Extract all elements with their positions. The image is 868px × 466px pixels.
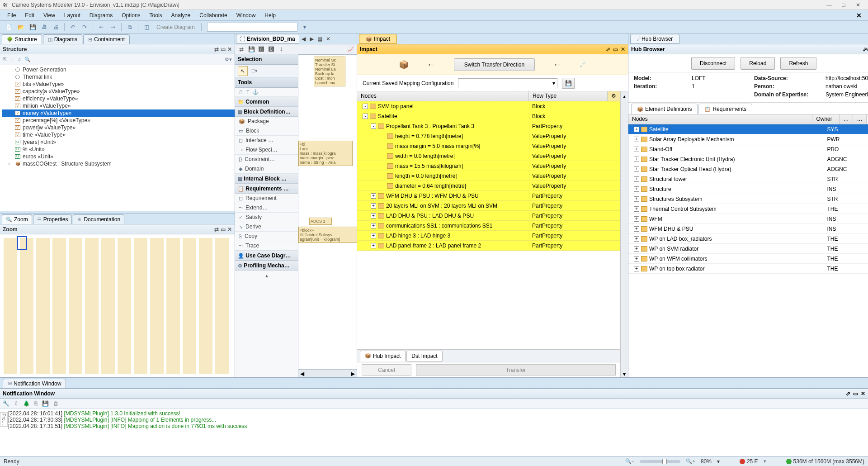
impact-rows[interactable]: -SVM top panelBlock-SatelliteBlock-Prope… [357,101,620,349]
expander-icon[interactable]: + [634,166,639,172]
reload-button[interactable]: Reload [741,57,775,70]
scroll-left-icon[interactable]: ◀ [300,371,304,377]
impact-row[interactable]: +communications SS1 : communications SS1… [357,221,620,231]
notification-vtab[interactable]: Pro… [0,412,8,427]
structure-item[interactable]: Power Generation [2,66,235,73]
col-nodes[interactable]: Nodes [357,91,529,101]
tab-documentation[interactable]: 🗎Documentation [73,214,124,224]
impact-row[interactable]: -Propellant Tank 3 : Propellant Tank 3Pa… [357,121,620,131]
expander-icon[interactable]: + [6,161,12,166]
expander-icon[interactable]: + [634,196,639,202]
notif-tool-copy-icon[interactable]: ⎘ [34,400,38,407]
scroll-right-icon[interactable]: ▶ [351,371,355,377]
hub-row[interactable]: +WFM DHU & PSUINS [628,224,868,234]
hub-col-owner[interactable]: Owner [812,114,840,124]
tab-diagrams[interactable]: ◫Diagrams [43,34,82,44]
canvas-hscroll[interactable]: ◀ ▶ [298,369,357,377]
btab-hub-impact[interactable]: 📦Hub Impact [360,351,406,361]
tab-zoom[interactable]: 🔍Zoom [2,214,32,224]
expander-icon[interactable]: + [371,243,376,248]
zoom-out-icon[interactable]: 🔍− [625,458,634,464]
expander-icon[interactable]: + [371,193,376,199]
impact-row[interactable]: mass margin = 5.0 mass margin[%]ValuePro… [357,141,620,151]
menu-analyze[interactable]: Analyze [168,11,194,19]
item-extend[interactable]: ⤳Extend… [235,203,298,213]
structure-item[interactable]: U% «Unit» [2,146,235,153]
item-derive[interactable]: ↘Derive [235,222,298,232]
panel-close-icon[interactable]: ✕ [227,46,232,52]
expander-icon[interactable]: + [371,213,376,219]
util-b-icon[interactable]: 🅱 [268,46,275,52]
expander-icon[interactable]: + [634,147,639,152]
scroll-down-icon[interactable]: ▾ [623,371,626,377]
disconnect-button[interactable]: Disconnect [691,57,735,70]
minimize-button[interactable]: — [822,2,836,8]
search-icon[interactable]: 🔍 [24,57,31,62]
switch-transfer-button[interactable]: Switch Transfer Direction [454,58,535,71]
hub-row[interactable]: +WP on WFM collimatorsTHE [628,254,868,264]
structure-item[interactable]: Vefficiency «ValueType» [2,95,235,102]
create-diagram-label[interactable]: Create Diagram [154,24,198,30]
notification-log[interactable]: Pro… [2022.04.28::16:01:41] [MDSYSMLPlug… [0,409,868,456]
zoom-close-icon[interactable]: ✕ [227,226,232,233]
impact-row[interactable]: +WFM DHU & PSU : WFM DHU & PSUPartProper… [357,191,620,201]
error-dropdown-icon[interactable]: ▾ [764,458,766,464]
zoom-arrows-icon[interactable]: ⇄ [214,226,219,233]
structure-item[interactable]: Vpower[w «ValueType» [2,124,235,131]
block-def-group[interactable]: ▦ Block Definition… [235,107,298,117]
perspective-icon[interactable]: ⧉ [125,23,134,32]
util-a-icon[interactable]: 🅰 [258,46,265,52]
requirements-group[interactable]: 📋 Requirements … [235,184,298,194]
expander-icon[interactable]: + [634,127,639,132]
notif-pop-icon[interactable]: ⬀ [846,390,850,397]
arrow-right-icon[interactable]: ← [553,59,562,70]
expander-icon[interactable]: - [363,104,368,109]
subtab-requirements[interactable]: 📋Requirements [698,104,752,114]
marquee-icon[interactable]: ⬚▾ [250,68,258,74]
saveall-icon[interactable]: 🖶 [40,23,49,32]
expander-icon[interactable]: + [634,226,639,232]
zoom-panel[interactable] [0,234,235,377]
expander-icon[interactable]: + [371,233,376,238]
tab-close-icon[interactable]: ✕ [325,36,332,42]
hub-row[interactable]: +Star Tracker Optical Head (Hydra)AOGNC [628,164,868,174]
hub-row[interactable]: +WP on LAD box_radiatorsTHE [628,234,868,244]
impact-vscroll[interactable]: ▴ ▾ [621,91,628,377]
btab-dst-impact[interactable]: Dst Impact [406,351,442,361]
menu-collaborate[interactable]: Collaborate [196,11,231,19]
impact-row[interactable]: +LAD hinge 3 : LAD hinge 3PartProperty [357,231,620,241]
item-package[interactable]: 📦Package [235,117,298,126]
profiling-group[interactable]: ⚙ Profiling Mecha… [235,261,298,271]
star-icon[interactable]: ☆ [17,57,22,62]
hub-row[interactable]: +Structural towerSTR [628,174,868,184]
transfer-button[interactable]: Transfer [416,364,616,376]
impact-row[interactable]: length = 0.0 length[metre]ValueProperty [357,171,620,181]
item-flowspec[interactable]: ⇢Flow Speci… [235,145,298,155]
structure-item[interactable]: Vcapacity[a «ValueType» [2,88,235,95]
menu-edit[interactable]: Edit [21,11,38,19]
hub-rows[interactable]: +SatelliteSYS+Solar Array Deployable Mec… [628,124,868,377]
hub-row[interactable]: +Thermal Control SubsystemTHE [628,204,868,214]
error-badge[interactable]: 25 E [740,458,758,465]
structure-item[interactable]: Vmoney «ValueType» [2,109,235,117]
text-tool-icon[interactable]: T [246,90,250,95]
tab-prev-icon[interactable]: ◀ [300,36,307,42]
tab-structure[interactable]: 🌳Structure [2,34,42,44]
menu-file[interactable]: File [4,11,19,19]
hub-row[interactable]: +WP on top box radiatorTHE [628,264,868,274]
hub-row[interactable]: +WP on SVM radiatorTHE [628,244,868,254]
util-link-icon[interactable]: ⇄ [238,46,245,52]
collapse-all-icon[interactable]: ⇱ [3,57,7,62]
expander-icon[interactable]: - [371,124,376,129]
expander-icon[interactable]: + [634,206,639,212]
notif-tool-tree-icon[interactable]: 🌲 [23,400,30,407]
impact-row[interactable]: mass = 15.5 mass[kilogram]ValueProperty [357,161,620,171]
impact-row[interactable]: +LAD panel frame 2 : LAD panel frame 2Pa… [357,241,620,251]
expander-icon[interactable]: + [634,266,639,271]
print-icon[interactable]: 🖨 [52,23,61,32]
expander-icon[interactable]: + [634,246,639,252]
hub-col-nodes[interactable]: Nodes [628,114,812,124]
panel-arrows-icon[interactable]: ⇄ [214,46,219,52]
toolbar-dropdown[interactable] [207,23,297,32]
structure-item[interactable]: Vmillion «ValueType» [2,102,235,109]
